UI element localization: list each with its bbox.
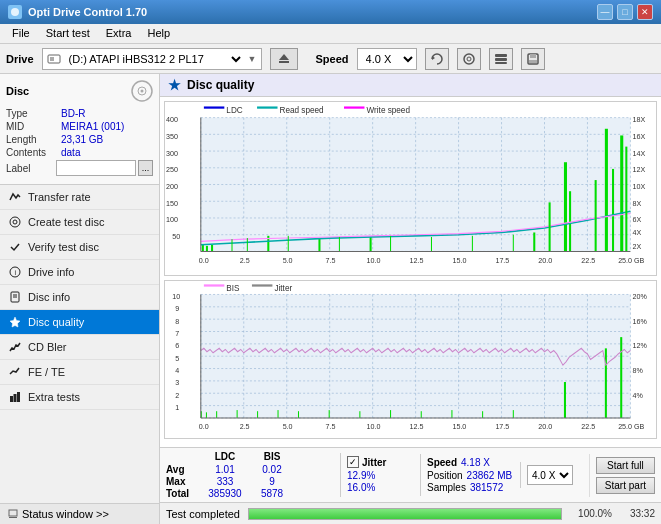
svg-text:25.0 GB: 25.0 GB: [618, 255, 644, 264]
drive-dropdown[interactable]: (D:) ATAPI iHBS312 2 PL17: [65, 52, 244, 66]
svg-text:22.5: 22.5: [581, 255, 595, 264]
jitter-checkbox[interactable]: ✓: [347, 456, 359, 468]
length-value: 23,31 GB: [61, 134, 103, 145]
nav-transfer-rate[interactable]: Transfer rate: [0, 185, 159, 210]
nav-cd-bler[interactable]: CD Bler: [0, 335, 159, 360]
maximize-button[interactable]: □: [617, 4, 633, 20]
nav-fe-te[interactable]: FE / TE: [0, 360, 159, 385]
bis-chart: BIS Jitter: [164, 280, 657, 439]
progress-time: 33:32: [620, 508, 655, 519]
svg-rect-86: [202, 245, 204, 252]
disc-panel: Disc Type BD-R MID MEIRA1 (001) Length 2…: [0, 74, 159, 185]
close-button[interactable]: ✕: [637, 4, 653, 20]
svg-rect-108: [625, 147, 627, 252]
drive-select-container[interactable]: (D:) ATAPI iHBS312 2 PL17 ▼: [42, 48, 262, 70]
status-window-button[interactable]: Status window >>: [0, 503, 159, 524]
svg-text:400: 400: [166, 115, 178, 124]
nav-verify-test-disc[interactable]: Verify test disc: [0, 235, 159, 260]
nav-create-test-disc[interactable]: Create test disc: [0, 210, 159, 235]
nav-extra-tests[interactable]: Extra tests: [0, 385, 159, 410]
extra-tests-icon: [8, 390, 22, 404]
drive-icon: [47, 52, 61, 66]
ldc-chart-svg: LDC Read speed Write speed: [165, 102, 656, 275]
speed-dropdown[interactable]: 4.0 X 8.0 X: [357, 48, 417, 70]
nav-drive-info-label: Drive info: [28, 266, 74, 278]
nav-disc-info[interactable]: Disc info: [0, 285, 159, 310]
toolbar-btn-4[interactable]: [521, 48, 545, 70]
stats-position-label: Position: [427, 470, 463, 481]
drive-label: Drive: [6, 53, 34, 65]
stats-samples-value: 381572: [470, 482, 503, 493]
svg-point-18: [13, 220, 17, 224]
svg-point-0: [11, 8, 19, 16]
svg-text:10.0: 10.0: [367, 422, 381, 431]
stats-max-ldc: 333: [200, 476, 250, 487]
svg-text:20.0: 20.0: [538, 422, 552, 431]
svg-text:150: 150: [166, 198, 178, 207]
svg-text:15.0: 15.0: [452, 422, 466, 431]
svg-rect-172: [329, 410, 330, 418]
svg-text:20.0: 20.0: [538, 255, 552, 264]
svg-text:17.5: 17.5: [495, 255, 509, 264]
status-window-label: Status window >>: [22, 508, 109, 520]
svg-text:8X: 8X: [632, 198, 641, 207]
sidebar: Disc Type BD-R MID MEIRA1 (001) Length 2…: [0, 74, 160, 524]
svg-text:4X: 4X: [632, 227, 641, 236]
svg-rect-97: [231, 239, 232, 251]
nav-disc-quality[interactable]: Disc quality: [0, 310, 159, 335]
disc-label-button[interactable]: ...: [138, 160, 153, 176]
stats-speed-select[interactable]: 4.0 X: [527, 465, 573, 485]
menu-start-test[interactable]: Start test: [38, 26, 98, 41]
disc-section-title: Disc: [6, 85, 29, 97]
svg-rect-10: [495, 62, 507, 64]
start-part-button[interactable]: Start part: [596, 477, 655, 494]
app-title: Opti Drive Control 1.70: [28, 6, 147, 18]
svg-rect-178: [513, 410, 514, 418]
svg-text:50: 50: [172, 232, 180, 241]
svg-rect-181: [620, 337, 622, 418]
nav-drive-info[interactable]: i Drive info: [0, 260, 159, 285]
menu-extra[interactable]: Extra: [98, 26, 140, 41]
progress-percent: 100.0%: [570, 508, 612, 519]
svg-rect-94: [605, 129, 608, 252]
menu-help[interactable]: Help: [139, 26, 178, 41]
svg-rect-98: [247, 238, 248, 251]
refresh-icon: [430, 52, 444, 66]
disc-quality-header: ★ Disc quality: [160, 74, 661, 97]
toolbar-btn-1[interactable]: [425, 48, 449, 70]
svg-text:6: 6: [175, 341, 179, 350]
toolbar-btn-2[interactable]: [457, 48, 481, 70]
minimize-button[interactable]: —: [597, 4, 613, 20]
stats-total-bis: 5878: [252, 488, 292, 499]
menu-file[interactable]: File: [4, 26, 38, 41]
disc-label-input[interactable]: [56, 160, 136, 176]
cd-bler-icon: [8, 340, 22, 354]
svg-rect-173: [359, 411, 360, 418]
menu-bar: File Start test Extra Help: [0, 24, 661, 44]
eject-button[interactable]: [270, 48, 298, 70]
svg-rect-100: [339, 237, 340, 251]
start-full-button[interactable]: Start full: [596, 457, 655, 474]
svg-text:200: 200: [166, 182, 178, 191]
progress-fill: [249, 509, 561, 519]
svg-text:250: 250: [166, 165, 178, 174]
svg-text:8: 8: [175, 316, 179, 325]
status-text: Test completed: [166, 508, 240, 520]
nav-disc-quality-label: Disc quality: [28, 316, 84, 328]
toolbar-btn-3[interactable]: [489, 48, 513, 70]
svg-rect-2: [50, 57, 54, 61]
disc-quality-title: Disc quality: [187, 78, 254, 92]
svg-text:Jitter: Jitter: [274, 283, 292, 293]
svg-rect-102: [431, 237, 432, 251]
transfer-rate-icon: [8, 190, 22, 204]
svg-rect-115: [252, 284, 272, 286]
contents-label: Contents: [6, 147, 61, 158]
app-icon: [8, 5, 22, 19]
svg-rect-9: [495, 58, 507, 61]
svg-text:9: 9: [175, 304, 179, 313]
progress-track: [248, 508, 562, 520]
mid-label: MID: [6, 121, 61, 132]
svg-rect-25: [10, 396, 13, 402]
svg-point-6: [464, 54, 474, 64]
svg-rect-179: [564, 382, 566, 418]
